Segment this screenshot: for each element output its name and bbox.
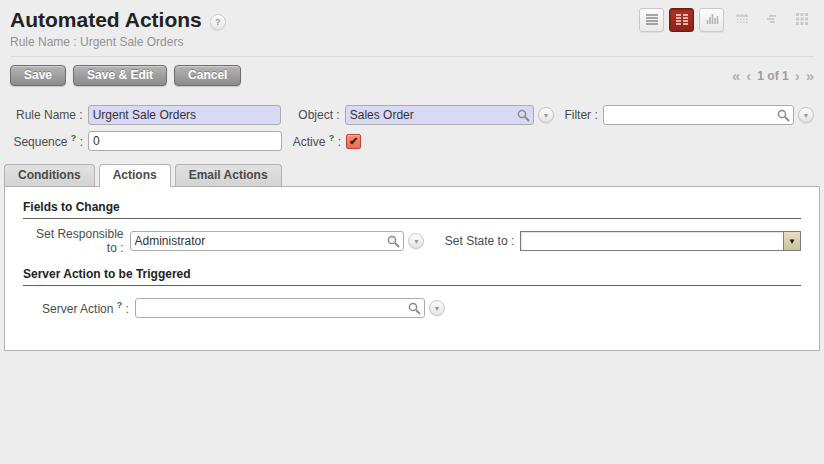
calendar-icon [735,12,749,29]
active-checkbox[interactable]: ✔ [346,134,361,149]
filter-input[interactable] [603,105,794,125]
rule-name-label: Rule Name : [0,108,88,122]
title-help-icon[interactable]: ? [210,14,226,30]
form-fields: Rule Name : Object : ▼ Filter : ▼ Sequen… [0,92,824,154]
object-label: Object : [283,108,345,122]
sequence-help-icon[interactable]: ? [71,133,77,143]
sequence-input[interactable] [88,131,282,151]
gantt-icon [765,12,779,29]
header-divider [10,56,814,57]
save-edit-button[interactable]: Save & Edit [73,65,167,86]
cancel-button[interactable]: Cancel [174,65,241,86]
server-action-dropdown-button[interactable]: ▼ [429,300,445,316]
view-switcher [639,8,814,32]
object-dropdown-button[interactable]: ▼ [538,107,554,123]
server-action-label: Server Action ? : [23,300,135,316]
tab-actions[interactable]: Actions [99,164,171,187]
save-button[interactable]: Save [10,65,66,86]
form-toolbar: Save Save & Edit Cancel « ‹ 1 of 1 › » [0,57,824,92]
form-view-button[interactable] [669,8,694,32]
tab-email-actions[interactable]: Email Actions [175,164,282,186]
set-state-select[interactable]: ▼ [520,231,801,251]
calendar-view-button[interactable] [729,8,754,32]
sequence-label: Sequence ? : [0,133,88,149]
list-view-button[interactable] [639,8,664,32]
active-label: Active ? : [284,133,346,149]
chevron-down-icon: ▼ [783,232,800,250]
set-responsible-dropdown-button[interactable]: ▼ [408,233,424,249]
set-responsible-input[interactable] [130,231,405,251]
set-state-label: Set State to : [436,234,520,248]
list-icon [645,12,659,29]
server-action-input[interactable] [135,298,425,318]
record-pager: « ‹ 1 of 1 › » [732,68,814,83]
pager-prev-button[interactable]: ‹ [746,68,751,83]
kanban-view-button[interactable] [789,8,814,32]
object-input[interactable] [345,105,534,125]
section-fields-to-change: Fields to Change [23,200,801,219]
pager-next-button[interactable]: › [795,68,800,83]
tab-conditions[interactable]: Conditions [4,164,95,186]
server-action-help-icon[interactable]: ? [117,300,123,310]
kanban-icon [795,12,809,29]
filter-label: Filter : [560,108,603,122]
form-icon [675,12,689,29]
page-header: Automated Actions ? Rule Name : Urgent S… [0,0,824,57]
filter-dropdown-button[interactable]: ▼ [798,107,814,123]
section-server-action: Server Action to be Triggered [23,267,801,286]
set-state-value [521,232,783,250]
graph-icon [705,12,719,29]
set-responsible-label: Set Responsible to : [23,227,130,255]
pager-first-button[interactable]: « [732,68,740,83]
pager-last-button[interactable]: » [806,68,814,83]
notebook-tabs: Conditions Actions Email Actions [4,164,824,186]
active-help-icon[interactable]: ? [329,133,335,143]
graph-view-button[interactable] [699,8,724,32]
pager-count: 1 of 1 [757,69,788,83]
breadcrumb: Rule Name : Urgent Sale Orders [10,35,814,49]
rule-name-input[interactable] [88,105,281,125]
actions-tab-panel: Fields to Change Set Responsible to : ▼ … [4,186,820,351]
page-title: Automated Actions [10,8,202,32]
gantt-view-button[interactable] [759,8,784,32]
